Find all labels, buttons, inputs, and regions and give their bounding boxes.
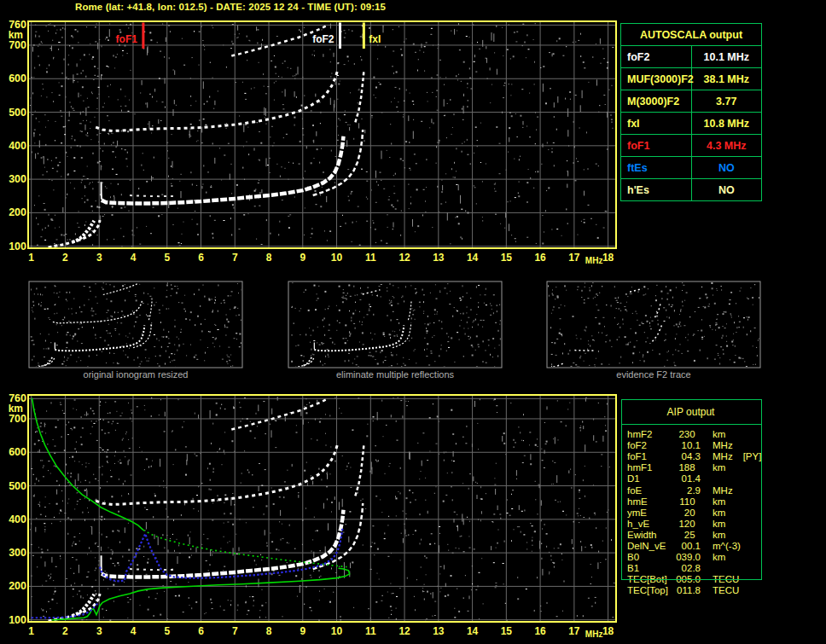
x-tick-label: 14 (467, 252, 479, 264)
aip-row-hmE: hmE110 km (627, 496, 736, 508)
x-tick-label: 9 (300, 252, 305, 264)
autoscala-param-label: MUF(3000)F2 (621, 68, 692, 90)
page-title: Rome (lat: +41.8, lon: 012.5) - DATE: 20… (75, 2, 386, 12)
x-tick-label: 17 (568, 252, 580, 264)
x-tick-label: 5 (164, 252, 170, 264)
x-tick-label: 1 (28, 252, 34, 264)
thumbnail-caption-evidence: evidence F2 trace (547, 369, 760, 380)
x-tick-label: 14 (467, 625, 479, 637)
x-tick-label: 4 (131, 625, 137, 637)
autoscala-param-label: h'Es (621, 179, 692, 201)
y-tick-label: 100 (9, 241, 26, 252)
bottom-ionogram-plot: 123456789101112131415161718MHz7607006005… (9, 392, 616, 639)
y-tick-label: 500 (9, 480, 26, 492)
aip-row-B0: B0039.0km (627, 552, 736, 563)
y-tick-label: 300 (9, 173, 26, 185)
aip-row-foE: foE2.9MHz (627, 485, 743, 496)
autoscala-table-title: AUTOSCALA output (621, 24, 762, 46)
aip-panel-title: AIP output (621, 406, 760, 418)
autoscala-param-label: M(3000)F2 (621, 90, 692, 113)
aip-row-B1: B102.8 (627, 563, 723, 574)
autoscala-param-label: fxI (621, 113, 692, 135)
autoscala-param-value: 3.77 (691, 90, 762, 113)
x-tick-label: 13 (433, 252, 445, 264)
aip-row-TEC[Bot]: TEC[Bot]005.0TECU (627, 574, 749, 585)
x-axis-unit: MHz (585, 629, 603, 639)
autoscala-row-2: M(3000)F23.77 (621, 90, 762, 113)
aip-output-panel: AIP output hmF2230 kmfoF210.1MHzfoF104.3… (620, 399, 774, 604)
y-tick-label: 400 (9, 140, 26, 152)
thumbnail-0 (29, 281, 242, 368)
autoscala-param-value: 10.8 MHz (691, 113, 762, 135)
aip-row-ymE: ymE20 km (627, 508, 736, 519)
y-tick-label: 500 (9, 107, 26, 119)
aip-row-hmF2: hmF2230 km (627, 429, 736, 440)
x-tick-label: 8 (266, 252, 272, 264)
x-tick-label: 5 (164, 625, 170, 637)
x-tick-label: 13 (433, 625, 445, 637)
aip-header-divider (621, 424, 762, 425)
x-axis-unit: MHz (585, 256, 603, 265)
aip-row-foF1: foF104.3MHz[PY] (627, 451, 761, 462)
x-tick-label: 10 (331, 625, 343, 637)
thumbnail-caption-eliminate: eliminate multiple reflections (288, 369, 502, 380)
x-tick-label: 2 (62, 252, 68, 264)
x-tick-label: 17 (568, 625, 580, 637)
thumbnail-2 (547, 281, 760, 368)
autoscala-param-label: foF1 (621, 135, 692, 157)
y-axis-unit: km (9, 29, 23, 41)
x-tick-label: 8 (266, 625, 272, 637)
y-tick-label: 600 (9, 73, 26, 84)
autoscala-screen: foF1foF2fxI123456789101112131415161718MH… (0, 0, 826, 644)
x-tick-label: 4 (131, 252, 137, 264)
x-tick-label: 10 (331, 252, 343, 264)
x-tick-label: 3 (96, 252, 102, 264)
x-tick-label: 16 (534, 625, 546, 637)
y-tick-label: 600 (9, 446, 26, 458)
autoscala-param-value: 4.3 MHz (691, 135, 762, 157)
autoscala-param-value: 10.1 MHz (691, 46, 762, 68)
autoscala-param-label: foF2 (621, 46, 692, 68)
x-tick-label: 6 (198, 625, 204, 637)
aip-row-h_vE: h_vE120 km (627, 519, 736, 530)
x-tick-label: 1 (28, 625, 34, 637)
autoscala-param-value: NO (691, 179, 762, 201)
autoscala-param-value: 38.1 MHz (691, 68, 762, 90)
autoscala-row-5: ftEsNO (621, 157, 762, 179)
x-tick-label: 3 (96, 625, 102, 637)
aip-row-D1: D101.4 (627, 473, 723, 484)
marker-label-foF2: foF2 (312, 33, 334, 45)
y-tick-label: 100 (9, 614, 26, 626)
y-tick-label: 200 (9, 206, 26, 218)
thumbnail-1 (288, 281, 502, 368)
y-tick-label: 400 (9, 513, 26, 525)
x-tick-label: 18 (602, 625, 614, 637)
x-tick-label: 15 (501, 252, 513, 264)
autoscala-row-6: h'EsNO (621, 179, 762, 201)
autoscala-param-label: ftEs (621, 157, 692, 179)
x-tick-label: 2 (62, 625, 68, 637)
autoscala-row-0: foF210.1 MHz (621, 46, 762, 68)
x-tick-label: 18 (602, 252, 614, 264)
autoscala-row-4: foF14.3 MHz (621, 135, 762, 157)
aip-row-hmF1: hmF1188 km (627, 462, 736, 473)
y-tick-label: 200 (9, 580, 26, 592)
x-tick-label: 16 (534, 252, 546, 264)
marker-label-foF1: foF1 (116, 33, 138, 45)
x-tick-label: 7 (232, 252, 238, 264)
x-tick-label: 7 (232, 625, 238, 637)
autoscala-row-3: fxI10.8 MHz (621, 113, 762, 135)
top-ionogram-plot: foF1foF2fxI123456789101112131415161718MH… (9, 19, 616, 265)
marker-label-fxI: fxI (369, 33, 381, 45)
thumbnail-caption-original: original ionogram resized (29, 369, 242, 380)
y-tick-label: 300 (9, 547, 26, 559)
aip-row-Ewidth: Ewidth25 km (627, 530, 736, 541)
autoscala-output-table: AUTOSCALA output foF210.1 MHzMUF(3000)F2… (620, 23, 762, 201)
x-tick-label: 9 (300, 625, 305, 637)
autoscala-row-1: MUF(3000)F238.1 MHz (621, 68, 762, 90)
x-tick-label: 12 (398, 252, 410, 264)
autoscala-param-value: NO (691, 157, 762, 179)
aip-row-TEC[Top]: TEC[Top]011.8TECU (627, 585, 749, 596)
x-tick-label: 6 (198, 252, 204, 264)
aip-row-DelN_vE: DelN_vE00.1m^(-3) (627, 541, 751, 552)
